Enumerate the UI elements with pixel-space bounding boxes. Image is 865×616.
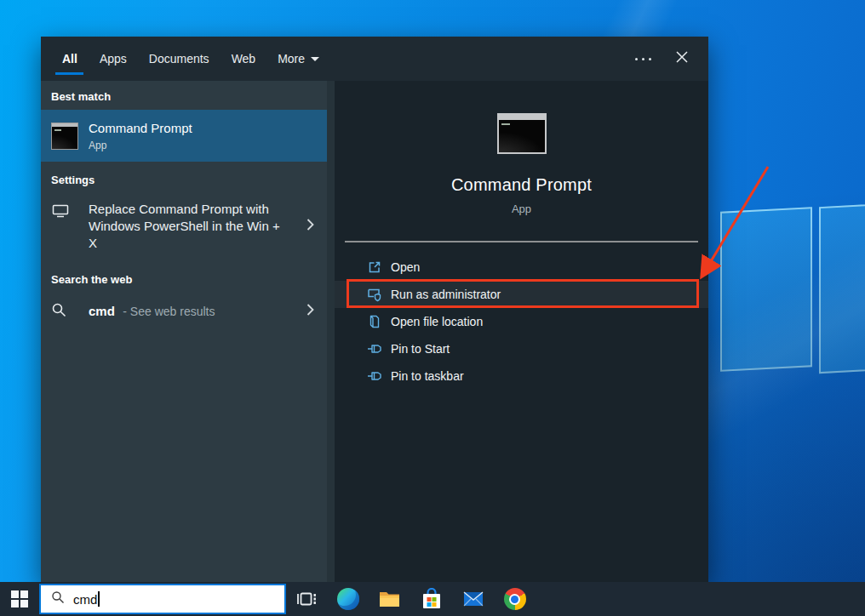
best-match-subtitle: App	[89, 140, 192, 151]
pin-icon	[366, 368, 383, 385]
command-prompt-icon	[51, 123, 78, 150]
web-suffix-text: - See web results	[123, 305, 215, 318]
divider	[345, 241, 698, 242]
action-pin-to-start[interactable]: Pin to Start	[335, 335, 708, 362]
tab-apps[interactable]: Apps	[100, 48, 127, 69]
action-open[interactable]: Open	[335, 254, 708, 281]
file-explorer-icon	[378, 589, 401, 609]
more-options-icon[interactable]	[635, 58, 651, 60]
taskbar-app-chrome[interactable]	[494, 582, 536, 616]
chevron-right-icon	[306, 219, 314, 234]
search-icon	[51, 300, 89, 322]
command-prompt-icon-large	[497, 113, 547, 154]
monitor-icon	[51, 201, 89, 222]
header-controls	[635, 37, 689, 81]
task-view-button[interactable]	[286, 582, 327, 616]
task-view-icon	[296, 590, 317, 608]
text-cursor	[98, 591, 100, 607]
context-actions-list: Open Run as administrator	[335, 254, 708, 390]
tab-documents[interactable]: Documents	[149, 48, 209, 69]
chevron-right-icon	[306, 304, 314, 319]
taskbar-search-input[interactable]: cmd	[39, 584, 286, 614]
tab-more[interactable]: More	[278, 48, 319, 69]
store-icon	[421, 588, 443, 611]
pin-icon	[366, 340, 383, 357]
settings-result-label: Replace Command Prompt with Windows Powe…	[89, 201, 291, 252]
action-label: Run as administrator	[391, 288, 501, 301]
chevron-down-icon	[311, 57, 319, 61]
tab-web[interactable]: Web	[232, 48, 256, 69]
best-match-title: Command Prompt	[89, 121, 192, 135]
settings-result-item[interactable]: Replace Command Prompt with Windows Powe…	[41, 193, 335, 260]
close-icon[interactable]	[675, 50, 689, 67]
action-open-file-location[interactable]: Open file location	[335, 308, 708, 335]
taskbar-app-edge[interactable]	[327, 582, 369, 616]
chrome-icon	[504, 588, 526, 610]
start-button[interactable]	[0, 582, 39, 616]
edge-icon	[337, 588, 359, 610]
action-run-as-administrator[interactable]: Run as administrator	[335, 281, 708, 308]
start-search-panel: All Apps Documents Web More Best match C…	[41, 37, 708, 582]
action-label: Open file location	[391, 315, 483, 328]
action-label: Open	[391, 260, 420, 274]
detail-app-title: Command Prompt	[335, 175, 708, 195]
tab-more-label: More	[278, 52, 305, 66]
open-launch-icon	[366, 259, 383, 276]
taskbar: cmd	[0, 582, 865, 616]
search-filter-tabs: All Apps Documents Web More	[41, 37, 708, 81]
taskbar-app-mail[interactable]	[452, 582, 494, 616]
web-query-text: cmd	[89, 304, 115, 318]
search-icon	[51, 590, 65, 607]
taskbar-app-file-explorer[interactable]	[369, 582, 410, 616]
settings-section-label: Settings	[41, 162, 335, 193]
action-label: Pin to Start	[391, 342, 450, 356]
windows-logo-icon	[11, 590, 28, 607]
file-location-folder-icon	[366, 313, 383, 330]
tab-all[interactable]: All	[62, 48, 77, 69]
result-detail-pane: Command Prompt App Open	[335, 81, 708, 582]
web-search-result-item[interactable]: cmd - See web results	[41, 293, 335, 329]
run-as-admin-shield-icon	[366, 286, 383, 303]
taskbar-app-store[interactable]	[410, 582, 452, 616]
best-match-section-label: Best match	[41, 81, 335, 110]
best-match-result-command-prompt[interactable]: Command Prompt App	[41, 110, 335, 162]
action-label: Pin to taskbar	[391, 369, 464, 383]
mail-icon	[462, 590, 484, 608]
taskbar-search-value: cmd	[73, 592, 97, 607]
web-section-label: Search the web	[41, 260, 335, 293]
search-results-list: Best match Command Prompt App Settings	[41, 81, 335, 582]
action-pin-to-taskbar[interactable]: Pin to taskbar	[335, 362, 708, 390]
detail-app-subtitle: App	[335, 202, 708, 215]
